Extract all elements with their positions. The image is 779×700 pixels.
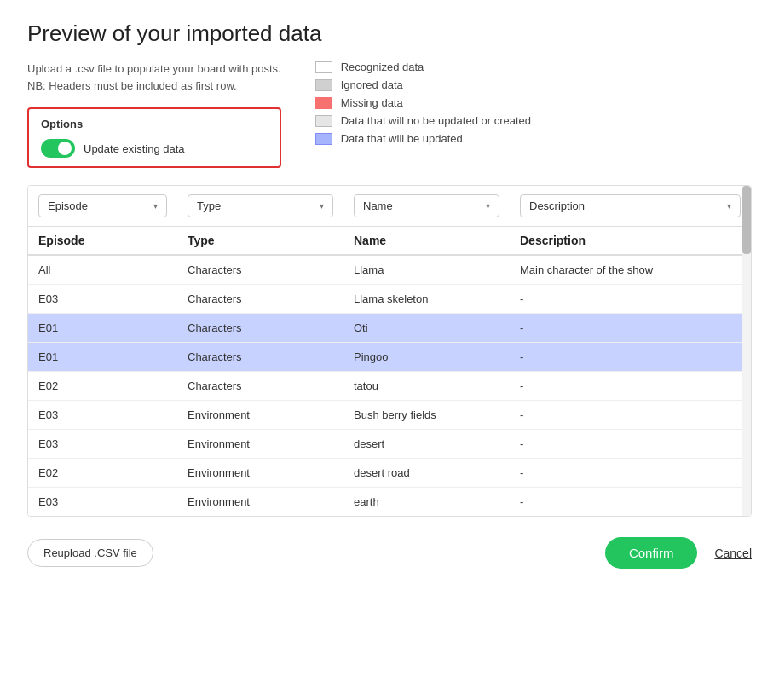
cell-description: Main character of the show <box>510 255 751 285</box>
cell-episode: E02 <box>28 372 177 401</box>
cell-description: - <box>510 285 751 314</box>
dropdown-type[interactable]: Type ▾ <box>188 194 333 217</box>
cell-type: Environment <box>177 488 343 517</box>
legend-color-will-update <box>315 133 332 145</box>
footer-right: Confirm Cancel <box>605 537 752 569</box>
cancel-button[interactable]: Cancel <box>714 547 752 560</box>
cell-type: Characters <box>177 343 343 372</box>
table-row: E01CharactersOti- <box>28 314 751 343</box>
cell-name: Oti <box>343 314 510 343</box>
chevron-down-icon: ▾ <box>486 201 490 211</box>
header-labels-row: Episode Type Name Description <box>28 227 751 256</box>
header-episode: Episode <box>28 227 177 256</box>
chevron-down-icon: ▾ <box>153 201 158 211</box>
cell-name: Pingoo <box>343 343 510 372</box>
legend-item-recognized: Recognized data <box>315 61 752 73</box>
page-title: Preview of your imported data <box>27 20 752 47</box>
cell-description: - <box>510 430 751 459</box>
cell-type: Environment <box>177 430 343 459</box>
legend-label-ignored: Ignored data <box>341 78 403 91</box>
cell-description: - <box>510 401 751 430</box>
legend-label-no-update: Data that will no be updated or created <box>341 114 531 127</box>
cell-episode: E03 <box>28 401 177 430</box>
table-row: E02Environmentdesert road- <box>28 459 751 488</box>
legend-label-recognized: Recognized data <box>341 61 424 73</box>
cell-episode: E03 <box>28 430 177 459</box>
cell-episode: E01 <box>28 343 177 372</box>
cell-episode: E03 <box>28 488 177 517</box>
cell-name: Bush berry fields <box>343 401 510 430</box>
cell-name: desert <box>343 430 510 459</box>
toggle-track <box>41 139 75 158</box>
cell-type: Environment <box>177 459 343 488</box>
cell-type: Characters <box>177 314 343 343</box>
data-table-container: Episode ▾ Type ▾ Name ▾ <box>27 185 752 517</box>
cell-type: Characters <box>177 255 343 285</box>
cell-description: - <box>510 459 751 488</box>
toggle-label: Update existing data <box>84 142 185 155</box>
table-body: AllCharactersLlamaMain character of the … <box>28 255 751 516</box>
cell-type: Characters <box>177 372 343 401</box>
legend-label-will-update: Data that will be updated <box>341 132 463 145</box>
confirm-button[interactable]: Confirm <box>605 537 698 569</box>
footer: Reupload .CSV file Confirm Cancel <box>27 537 752 569</box>
table-row: E03CharactersLlama skeleton- <box>28 285 751 314</box>
legend-label-missing: Missing data <box>341 96 403 109</box>
cell-description: - <box>510 343 751 372</box>
legend-item-will-update: Data that will be updated <box>315 132 752 145</box>
cell-description: - <box>510 314 751 343</box>
cell-episode: E03 <box>28 285 177 314</box>
data-table: Episode ▾ Type ▾ Name ▾ <box>28 186 751 516</box>
legend-item-missing: Missing data <box>315 96 752 109</box>
dropdown-episode-label: Episode <box>48 200 88 212</box>
toggle-row: Update existing data <box>41 139 268 158</box>
cell-type: Environment <box>177 401 343 430</box>
legend-item-ignored: Ignored data <box>315 78 752 91</box>
reupload-button[interactable]: Reupload .CSV file <box>27 539 153 567</box>
legend-color-recognized <box>315 61 332 73</box>
table-scroll[interactable]: Episode ▾ Type ▾ Name ▾ <box>28 186 751 516</box>
subtitle: Upload a .csv file to populate your boar… <box>27 61 281 94</box>
legend-color-ignored <box>315 79 332 91</box>
chevron-down-icon: ▾ <box>727 201 731 211</box>
table-row: E02Characterstatou- <box>28 372 751 401</box>
cell-name: desert road <box>343 459 510 488</box>
left-column: Upload a .csv file to populate your boar… <box>27 61 281 168</box>
cell-episode: All <box>28 255 177 285</box>
cell-episode: E02 <box>28 459 177 488</box>
dropdown-name-label: Name <box>363 200 393 212</box>
dropdown-name-cell: Name ▾ <box>343 186 510 227</box>
dropdown-description-cell: Description ▾ <box>510 186 751 227</box>
cell-description: - <box>510 372 751 401</box>
dropdown-name[interactable]: Name ▾ <box>354 194 499 217</box>
cell-name: Llama skeleton <box>343 285 510 314</box>
options-box: Options Update existing data <box>27 107 281 168</box>
table-row: E03EnvironmentBush berry fields- <box>28 401 751 430</box>
cell-name: Llama <box>343 255 510 285</box>
scrollbar-thumb[interactable] <box>742 186 751 254</box>
legend: Recognized data Ignored data Missing dat… <box>315 61 752 145</box>
cell-description: - <box>510 488 751 517</box>
cell-name: tatou <box>343 372 510 401</box>
header-name: Name <box>343 227 510 256</box>
table-row: E03Environmentearth- <box>28 488 751 517</box>
chevron-down-icon: ▾ <box>320 201 324 211</box>
cell-name: earth <box>343 488 510 517</box>
dropdown-episode[interactable]: Episode ▾ <box>38 194 167 217</box>
table-row: E01CharactersPingoo- <box>28 343 751 372</box>
cell-type: Characters <box>177 285 343 314</box>
header-type: Type <box>177 227 343 256</box>
cell-episode: E01 <box>28 314 177 343</box>
table-row: E03Environmentdesert- <box>28 430 751 459</box>
legend-color-missing <box>315 97 332 109</box>
toggle-thumb <box>58 142 72 155</box>
dropdown-description[interactable]: Description ▾ <box>520 194 741 217</box>
options-label: Options <box>41 118 268 130</box>
dropdown-episode-cell: Episode ▾ <box>28 186 177 227</box>
header-dropdowns-row: Episode ▾ Type ▾ Name ▾ <box>28 186 751 227</box>
legend-color-no-update <box>315 115 332 127</box>
dropdown-description-label: Description <box>529 200 585 212</box>
dropdown-type-cell: Type ▾ <box>177 186 343 227</box>
update-existing-toggle[interactable] <box>41 139 75 158</box>
top-section: Upload a .csv file to populate your boar… <box>27 61 752 168</box>
